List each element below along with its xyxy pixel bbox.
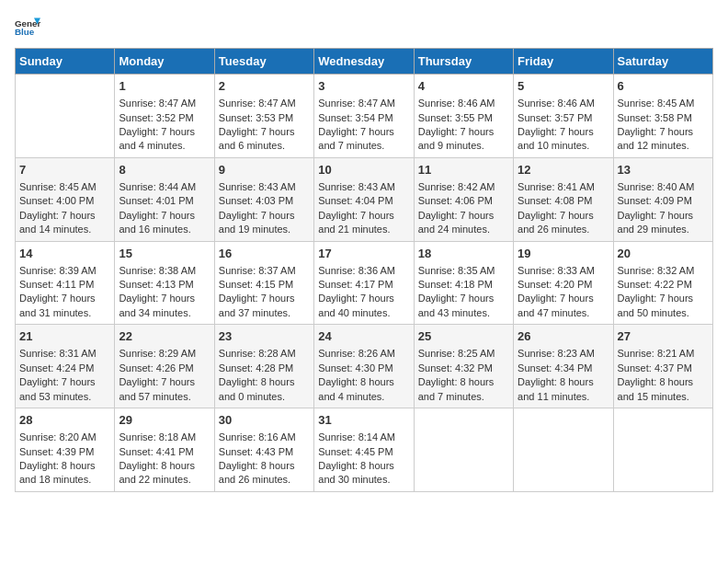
daylight-text: Daylight: 7 hours and 24 minutes. <box>418 209 509 237</box>
daylight-text: Daylight: 7 hours and 19 minutes. <box>219 209 310 237</box>
day-cell: 11Sunrise: 8:42 AMSunset: 4:06 PMDayligh… <box>414 157 513 241</box>
sunrise-text: Sunrise: 8:29 AM <box>119 347 210 361</box>
day-cell: 28Sunrise: 8:20 AMSunset: 4:39 PMDayligh… <box>16 408 115 492</box>
sunrise-text: Sunrise: 8:25 AM <box>418 347 509 361</box>
sunrise-text: Sunrise: 8:43 AM <box>318 180 409 194</box>
day-number: 11 <box>418 162 509 178</box>
sunrise-text: Sunrise: 8:31 AM <box>19 347 110 361</box>
sunset-text: Sunset: 4:30 PM <box>318 362 409 375</box>
day-number: 23 <box>219 328 310 345</box>
day-number: 22 <box>119 328 210 345</box>
week-row-1: 1Sunrise: 8:47 AMSunset: 3:52 PMDaylight… <box>16 75 713 158</box>
day-cell: 27Sunrise: 8:21 AMSunset: 4:37 PMDayligh… <box>613 325 712 408</box>
sunrise-text: Sunrise: 8:20 AM <box>19 431 110 444</box>
sunrise-text: Sunrise: 8:46 AM <box>418 97 509 110</box>
day-cell <box>514 408 613 492</box>
day-number: 1 <box>119 78 210 95</box>
daylight-text: Daylight: 7 hours and 47 minutes. <box>518 292 609 320</box>
day-number: 25 <box>418 328 509 345</box>
sunset-text: Sunset: 4:06 PM <box>418 194 509 208</box>
day-cell: 13Sunrise: 8:40 AMSunset: 4:09 PMDayligh… <box>613 157 712 241</box>
sunrise-text: Sunrise: 8:46 AM <box>518 97 609 110</box>
logo: General Blue <box>15 15 44 40</box>
day-cell: 4Sunrise: 8:46 AMSunset: 3:55 PMDaylight… <box>414 75 513 158</box>
sunrise-text: Sunrise: 8:28 AM <box>219 347 310 361</box>
sunrise-text: Sunrise: 8:38 AM <box>119 264 210 278</box>
day-cell: 30Sunrise: 8:16 AMSunset: 4:43 PMDayligh… <box>214 408 313 492</box>
col-header-thursday: Thursday <box>414 49 513 75</box>
daylight-text: Daylight: 8 hours and 26 minutes. <box>219 459 310 488</box>
sunset-text: Sunset: 4:39 PM <box>19 445 110 459</box>
sunrise-text: Sunrise: 8:39 AM <box>19 264 110 278</box>
sunrise-text: Sunrise: 8:23 AM <box>518 347 609 361</box>
header: General Blue <box>15 15 713 40</box>
day-cell: 6Sunrise: 8:45 AMSunset: 3:58 PMDaylight… <box>613 75 712 158</box>
daylight-text: Daylight: 7 hours and 40 minutes. <box>318 292 409 320</box>
daylight-text: Daylight: 7 hours and 7 minutes. <box>318 125 409 154</box>
day-number: 8 <box>119 162 210 178</box>
sunrise-text: Sunrise: 8:33 AM <box>518 264 609 278</box>
daylight-text: Daylight: 7 hours and 14 minutes. <box>19 209 110 237</box>
day-number: 24 <box>318 328 409 345</box>
sunset-text: Sunset: 4:41 PM <box>119 445 210 459</box>
sunrise-text: Sunrise: 8:44 AM <box>119 180 210 194</box>
day-cell <box>414 408 513 492</box>
sunrise-text: Sunrise: 8:47 AM <box>119 97 210 110</box>
header-row: SundayMondayTuesdayWednesdayThursdayFrid… <box>16 49 713 75</box>
day-number: 18 <box>418 246 509 262</box>
sunset-text: Sunset: 4:34 PM <box>518 362 609 375</box>
daylight-text: Daylight: 7 hours and 29 minutes. <box>618 209 709 237</box>
day-number: 9 <box>219 162 310 178</box>
day-number: 2 <box>219 78 310 95</box>
week-row-3: 14Sunrise: 8:39 AMSunset: 4:11 PMDayligh… <box>16 241 713 325</box>
day-cell: 12Sunrise: 8:41 AMSunset: 4:08 PMDayligh… <box>514 157 613 241</box>
day-number: 12 <box>518 162 609 178</box>
day-cell: 16Sunrise: 8:37 AMSunset: 4:15 PMDayligh… <box>214 241 313 325</box>
sunset-text: Sunset: 3:58 PM <box>618 111 709 125</box>
col-header-sunday: Sunday <box>16 49 115 75</box>
day-number: 4 <box>418 78 509 95</box>
day-cell <box>613 408 712 492</box>
day-number: 27 <box>618 328 709 345</box>
sunset-text: Sunset: 4:11 PM <box>19 278 110 292</box>
daylight-text: Daylight: 7 hours and 4 minutes. <box>119 125 210 154</box>
day-cell: 31Sunrise: 8:14 AMSunset: 4:45 PMDayligh… <box>314 408 414 492</box>
sunset-text: Sunset: 4:28 PM <box>219 362 310 375</box>
daylight-text: Daylight: 8 hours and 4 minutes. <box>318 375 409 404</box>
daylight-text: Daylight: 8 hours and 30 minutes. <box>318 459 409 488</box>
week-row-4: 21Sunrise: 8:31 AMSunset: 4:24 PMDayligh… <box>16 325 713 408</box>
day-cell: 7Sunrise: 8:45 AMSunset: 4:00 PMDaylight… <box>16 157 115 241</box>
sunrise-text: Sunrise: 8:37 AM <box>219 264 310 278</box>
sunset-text: Sunset: 3:53 PM <box>219 111 310 125</box>
sunset-text: Sunset: 4:13 PM <box>119 278 210 292</box>
daylight-text: Daylight: 8 hours and 11 minutes. <box>518 375 609 404</box>
day-number: 30 <box>219 412 310 429</box>
sunset-text: Sunset: 4:17 PM <box>318 278 409 292</box>
svg-text:Blue: Blue <box>15 27 35 37</box>
sunrise-text: Sunrise: 8:47 AM <box>219 97 310 110</box>
sunrise-text: Sunrise: 8:21 AM <box>618 347 709 361</box>
sunset-text: Sunset: 4:26 PM <box>119 362 210 375</box>
sunset-text: Sunset: 4:03 PM <box>219 194 310 208</box>
day-cell: 15Sunrise: 8:38 AMSunset: 4:13 PMDayligh… <box>115 241 214 325</box>
sunrise-text: Sunrise: 8:16 AM <box>219 431 310 444</box>
day-cell: 2Sunrise: 8:47 AMSunset: 3:53 PMDaylight… <box>214 75 313 158</box>
sunset-text: Sunset: 4:08 PM <box>518 194 609 208</box>
sunset-text: Sunset: 3:54 PM <box>318 111 409 125</box>
col-header-tuesday: Tuesday <box>214 49 313 75</box>
daylight-text: Daylight: 7 hours and 50 minutes. <box>618 292 709 320</box>
sunset-text: Sunset: 3:55 PM <box>418 111 509 125</box>
daylight-text: Daylight: 7 hours and 37 minutes. <box>219 292 310 320</box>
daylight-text: Daylight: 8 hours and 18 minutes. <box>19 459 110 488</box>
day-number: 15 <box>119 246 210 262</box>
sunrise-text: Sunrise: 8:43 AM <box>219 180 310 194</box>
logo-icon: General Blue <box>15 15 40 40</box>
sunset-text: Sunset: 4:22 PM <box>618 278 709 292</box>
sunset-text: Sunset: 4:43 PM <box>219 445 310 459</box>
sunset-text: Sunset: 4:37 PM <box>618 362 709 375</box>
day-cell: 29Sunrise: 8:18 AMSunset: 4:41 PMDayligh… <box>115 408 214 492</box>
day-cell <box>16 75 115 158</box>
day-cell: 19Sunrise: 8:33 AMSunset: 4:20 PMDayligh… <box>514 241 613 325</box>
sunrise-text: Sunrise: 8:18 AM <box>119 431 210 444</box>
day-number: 29 <box>119 412 210 429</box>
